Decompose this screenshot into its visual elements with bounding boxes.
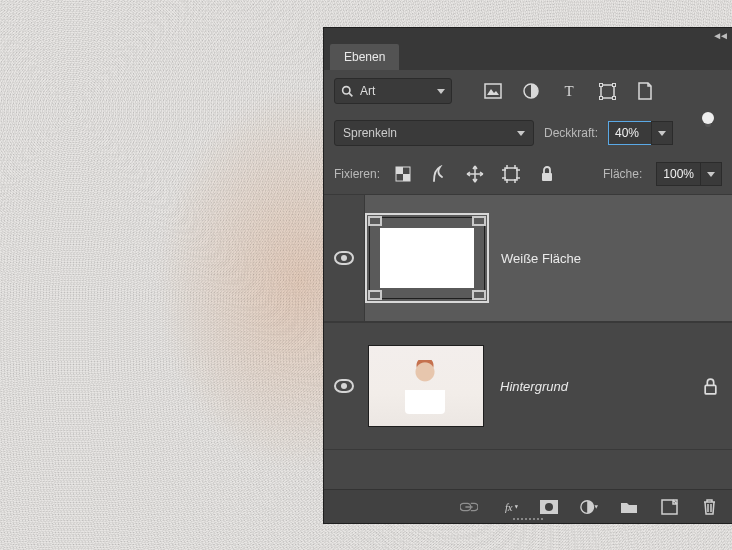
panel-topbar: ◄◄ <box>324 28 732 42</box>
lock-row: Fixieren: Fläche: 100% <box>324 154 732 194</box>
thumbnail-content <box>380 228 474 288</box>
chevron-down-icon <box>517 131 525 136</box>
filter-toggle-switch[interactable] <box>702 112 714 124</box>
svg-text:fx: fx <box>505 502 513 513</box>
svg-rect-12 <box>396 167 403 174</box>
opacity-stepper[interactable] <box>651 121 673 145</box>
filter-adjustment-icon[interactable] <box>522 82 540 100</box>
new-layer-button[interactable] <box>660 498 678 516</box>
svg-rect-16 <box>705 385 716 394</box>
filter-icons-group: T <box>484 82 654 100</box>
lock-artboard-icon[interactable] <box>502 165 520 183</box>
chevron-down-icon <box>707 172 715 177</box>
layer-group-button[interactable] <box>620 498 638 516</box>
visibility-toggle[interactable] <box>324 379 364 393</box>
lock-icons-group <box>394 165 556 183</box>
chevron-down-icon <box>437 89 445 94</box>
svg-rect-10 <box>612 96 615 99</box>
svg-marker-22 <box>594 505 598 509</box>
blend-mode-value: Sprenkeln <box>343 126 397 140</box>
opacity-value: 40% <box>615 126 639 140</box>
panel-resize-handle[interactable] <box>504 515 552 523</box>
chevron-down-icon <box>658 131 666 136</box>
svg-marker-3 <box>487 89 499 95</box>
layer-thumbnail[interactable] <box>368 345 484 427</box>
filter-type-label: Art <box>360 84 431 98</box>
blend-mode-select[interactable]: Sprenkeln <box>334 120 534 146</box>
filter-smartobject-icon[interactable] <box>636 82 654 100</box>
filter-type-text-icon[interactable]: T <box>560 82 578 100</box>
delete-layer-button[interactable] <box>700 498 718 516</box>
layer-row-wrapper: Weiße Fläche <box>324 194 732 322</box>
svg-rect-8 <box>612 83 615 86</box>
svg-rect-15 <box>542 173 552 181</box>
layer-thumbnail[interactable] <box>369 217 485 299</box>
svg-point-20 <box>545 503 553 511</box>
layer-name-label[interactable]: Hintergrund <box>500 379 568 394</box>
lock-position-icon[interactable] <box>466 165 484 183</box>
thumbnail-content <box>405 360 445 414</box>
svg-marker-18 <box>515 505 518 508</box>
blend-row: Sprenkeln Deckkraft: 40% <box>324 112 732 154</box>
layer-item-selected[interactable]: Weiße Fläche <box>364 195 732 321</box>
eye-icon <box>334 251 354 265</box>
svg-line-1 <box>349 93 352 96</box>
layer-name-label[interactable]: Weiße Fläche <box>501 251 581 266</box>
link-layers-button[interactable] <box>460 498 478 516</box>
svg-rect-13 <box>403 174 410 181</box>
filter-shape-icon[interactable] <box>598 82 616 100</box>
lock-label: Fixieren: <box>334 167 380 181</box>
fill-input[interactable]: 100% <box>656 162 701 186</box>
lock-transparency-icon[interactable] <box>394 165 412 183</box>
svg-text:T: T <box>564 83 573 99</box>
panel-tabbar: Ebenen <box>324 42 732 70</box>
visibility-toggle[interactable] <box>324 251 364 265</box>
layer-mask-button[interactable] <box>540 498 558 516</box>
fill-value: 100% <box>663 167 694 181</box>
eye-icon <box>334 379 354 393</box>
layer-locked-icon[interactable] <box>703 378 718 395</box>
crop-corner-icon <box>368 290 382 300</box>
opacity-label: Deckkraft: <box>544 126 598 140</box>
svg-rect-9 <box>599 96 602 99</box>
fill-label: Fläche: <box>603 167 642 181</box>
opacity-input[interactable]: 40% <box>608 121 652 145</box>
svg-rect-2 <box>485 84 501 98</box>
fill-stepper[interactable] <box>700 162 722 186</box>
search-icon <box>341 85 354 98</box>
layer-item[interactable]: Hintergrund <box>324 322 732 450</box>
panel-collapse-icon[interactable]: ◄◄ <box>712 30 726 41</box>
svg-rect-14 <box>505 168 517 180</box>
svg-point-0 <box>343 86 350 93</box>
layer-style-button[interactable]: fx <box>500 498 518 516</box>
lock-all-icon[interactable] <box>538 165 556 183</box>
crop-corner-icon <box>368 216 382 226</box>
layers-panel: ◄◄ Ebenen Art T <box>324 28 732 523</box>
filter-row: Art T <box>324 70 732 112</box>
crop-corner-icon <box>472 216 486 226</box>
svg-rect-7 <box>599 83 602 86</box>
tab-layers[interactable]: Ebenen <box>330 44 399 70</box>
crop-corner-icon <box>472 290 486 300</box>
lock-image-icon[interactable] <box>430 165 448 183</box>
layer-list: Weiße Fläche Hintergrund <box>324 194 732 489</box>
filter-pixel-icon[interactable] <box>484 82 502 100</box>
adjustment-layer-button[interactable] <box>580 498 598 516</box>
layer-filter-type-select[interactable]: Art <box>334 78 452 104</box>
